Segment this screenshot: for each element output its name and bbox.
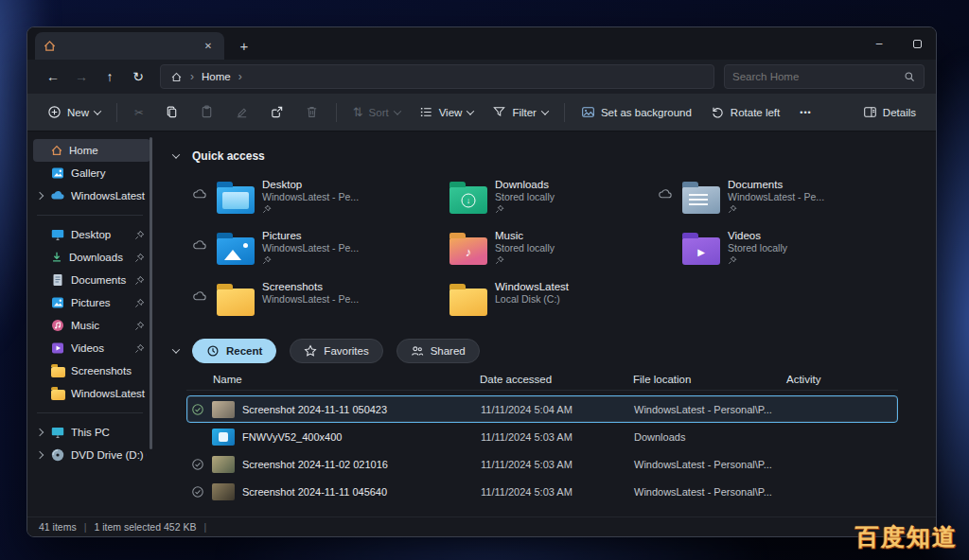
tile-music[interactable]: ♪ Music Stored locally <box>419 224 652 273</box>
sidebar-item-documents[interactable]: Documents <box>33 269 150 291</box>
sidebar-item-desktop[interactable]: Desktop <box>33 223 150 246</box>
chevron-right-icon: › <box>190 70 194 83</box>
videos-icon <box>50 341 65 356</box>
search-icon[interactable] <box>904 71 916 83</box>
file-date-accessed: 11/11/2024 5:03 AM <box>454 486 608 498</box>
pin-icon <box>262 255 272 265</box>
minimize-button[interactable]: – <box>860 27 898 60</box>
tab-favorites-label: Favorites <box>324 345 368 357</box>
sort-icon: ⇅ <box>353 106 363 118</box>
tab-recent-label: Recent <box>226 345 262 357</box>
rotate-left-button[interactable]: Rotate left <box>702 99 788 126</box>
tile-desktop[interactable]: Desktop WindowsLatest - Pe... <box>186 173 419 222</box>
table-row[interactable]: Screenshot 2024-11-11 045640 11/11/2024 … <box>186 478 898 505</box>
search-input[interactable] <box>732 71 904 82</box>
tab-recent[interactable]: Recent <box>192 339 276 363</box>
sidebar-item-gallery[interactable]: Gallery <box>33 162 150 184</box>
file-date-accessed: 11/11/2024 5:04 AM <box>454 404 608 415</box>
see-more-button[interactable]: ••• <box>790 99 820 126</box>
maximize-icon <box>913 40 922 48</box>
sidebar-item-dvd-drive[interactable]: DVD Drive (D:) C <box>33 444 150 466</box>
onedrive-cloud-icon <box>50 188 65 203</box>
people-icon <box>411 344 424 358</box>
set-as-background-label: Set as background <box>601 107 692 118</box>
column-header-date-accessed[interactable]: Date accessed <box>453 374 607 385</box>
sidebar-item-label: Desktop <box>71 229 129 240</box>
copy-button[interactable] <box>155 99 188 126</box>
sidebar-item-pictures[interactable]: Pictures <box>33 291 150 314</box>
chevron-down-icon[interactable] <box>172 150 180 158</box>
tile-videos[interactable]: ▶ Videos Stored locally <box>652 224 885 273</box>
sort-button[interactable]: ⇅ Sort <box>344 99 409 126</box>
new-button[interactable]: New <box>39 99 109 126</box>
chevron-right-icon[interactable] <box>36 451 44 459</box>
tab-close-button[interactable]: ✕ <box>200 38 217 55</box>
chevron-right-icon[interactable] <box>36 192 44 200</box>
sidebar-item-home[interactable]: Home <box>33 139 150 162</box>
view-button[interactable]: View <box>411 99 483 126</box>
rotate-left-label: Rotate left <box>731 107 780 118</box>
sidebar-item-this-pc[interactable]: This PC <box>33 421 150 444</box>
tile-screenshots[interactable]: Screenshots WindowsLatest - Pe... <box>186 275 419 324</box>
sidebar-item-windowslatest-folder[interactable]: WindowsLatest <box>33 382 150 405</box>
tile-pictures[interactable]: Pictures WindowsLatest - Pe... <box>186 224 419 273</box>
file-location: Downloads <box>608 431 761 443</box>
sidebar-item-onedrive-windowslatest[interactable]: WindowsLatest <box>33 184 150 207</box>
column-header-activity[interactable]: Activity <box>760 374 898 385</box>
rename-button[interactable] <box>225 99 258 126</box>
up-button[interactable]: ↑ <box>97 64 122 89</box>
sidebar-item-label: Music <box>71 320 129 331</box>
sync-status-icon <box>191 458 204 471</box>
tile-subtitle: WindowsLatest - Pe... <box>728 191 824 202</box>
chevron-down-icon[interactable] <box>172 345 180 353</box>
new-tab-button[interactable]: + <box>232 33 256 58</box>
tile-windowslatest[interactable]: WindowsLatest Local Disk (C:) <box>419 275 652 324</box>
delete-button[interactable] <box>295 99 328 126</box>
back-button[interactable]: ← <box>41 64 65 89</box>
tile-subtitle: WindowsLatest - Pe... <box>262 242 359 254</box>
cut-button[interactable]: ✂ <box>125 99 153 126</box>
tile-downloads[interactable]: ↓ Downloads Stored locally <box>419 173 652 222</box>
file-date-accessed: 11/11/2024 5:03 AM <box>454 431 608 443</box>
table-row[interactable]: FNWVyV52_400x400 11/11/2024 5:03 AM Down… <box>186 423 898 450</box>
details-button[interactable]: Details <box>854 99 925 126</box>
pin-icon <box>728 255 737 265</box>
tab-shared[interactable]: Shared <box>396 339 480 363</box>
tab-favorites[interactable]: Favorites <box>290 339 382 363</box>
refresh-button[interactable]: ↻ <box>126 64 150 89</box>
breadcrumb[interactable]: › Home › <box>160 64 714 89</box>
sidebar-item-screenshots[interactable]: Screenshots <box>33 359 150 382</box>
forward-button[interactable]: → <box>69 64 94 89</box>
maximize-button[interactable] <box>898 27 936 60</box>
home-icon[interactable] <box>170 71 183 83</box>
sidebar-item-downloads[interactable]: Downloads <box>33 246 150 269</box>
tile-name: WindowsLatest <box>495 281 569 292</box>
pin-icon <box>495 255 504 265</box>
sidebar-item-music[interactable]: Music <box>33 314 150 337</box>
search-box[interactable] <box>724 64 925 89</box>
details-button-label: Details <box>883 107 916 118</box>
column-header-file-location[interactable]: File location <box>607 374 760 385</box>
share-button[interactable] <box>260 99 293 126</box>
desktop-background: ✕ + – ← → ↑ ↻ › Home › <box>0 0 969 560</box>
sidebar-item-label: WindowsLatest <box>71 388 147 399</box>
downloads-folder-icon: ↓ <box>449 186 487 214</box>
set-as-background-button[interactable]: Set as background <box>573 99 700 126</box>
table-row[interactable]: Screenshot 2024-11-11 050423 11/11/2024 … <box>186 395 898 423</box>
table-row[interactable]: Screenshot 2024-11-02 021016 11/11/2024 … <box>186 450 898 478</box>
pin-icon <box>134 275 145 286</box>
file-location: WindowsLatest - Personal\P... <box>608 459 761 470</box>
chevron-right-icon[interactable] <box>36 429 44 436</box>
tile-documents[interactable]: Documents WindowsLatest - Pe... <box>652 173 885 222</box>
explorer-tab[interactable]: ✕ <box>35 32 224 60</box>
details-panel-icon <box>863 105 877 119</box>
filter-button[interactable]: Filter <box>484 99 556 126</box>
quick-access-header[interactable]: Quick access <box>173 145 923 167</box>
star-icon <box>304 344 317 358</box>
sidebar-item-label: Gallery <box>71 167 147 179</box>
column-header-name[interactable]: Name <box>186 374 453 385</box>
paste-button[interactable] <box>190 99 223 126</box>
filter-button-label: Filter <box>512 107 537 118</box>
breadcrumb-home[interactable]: Home <box>202 71 231 82</box>
sidebar-item-videos[interactable]: Videos <box>33 337 150 359</box>
